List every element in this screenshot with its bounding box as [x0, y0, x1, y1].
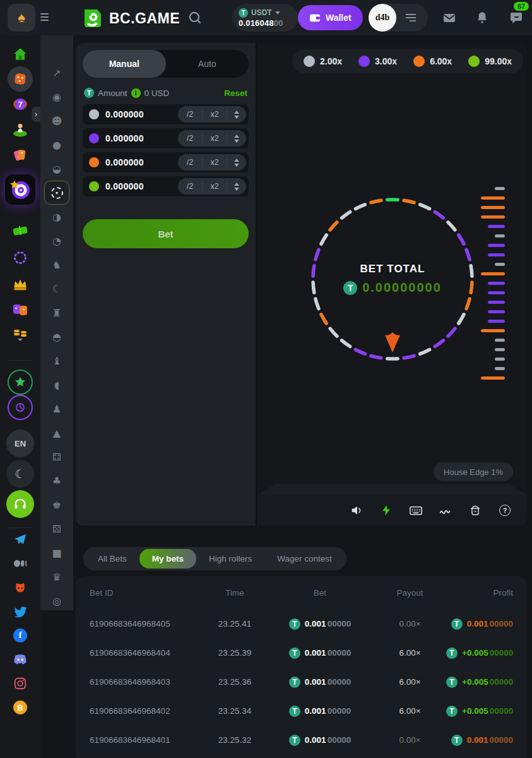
half-button[interactable]: /2 — [178, 106, 202, 123]
theme-toggle[interactable]: ☾ — [6, 460, 34, 488]
sidebar-game-icon[interactable]: ▾ — [44, 181, 69, 205]
double-button[interactable]: x2 — [203, 178, 227, 195]
sidebar-item-promotions[interactable] — [12, 147, 28, 163]
sidebar-game-icon[interactable]: ▲ — [40, 421, 73, 445]
hotkeys-keyboard-icon[interactable] — [409, 503, 423, 517]
instagram-icon[interactable] — [13, 677, 27, 690]
sidebar-item-casino[interactable] — [8, 66, 33, 92]
bets-tab[interactable]: My bets — [139, 549, 196, 568]
sidebar-item-refer-masks[interactable] — [12, 302, 28, 317]
github-icon[interactable] — [13, 581, 27, 594]
search-icon[interactable] — [187, 9, 203, 26]
half-button[interactable]: /2 — [178, 130, 202, 147]
sidebar-game-icon[interactable]: ● — [40, 133, 73, 157]
bets-tab[interactable]: High rollers — [196, 549, 264, 568]
turbo-lightning-icon[interactable] — [379, 503, 393, 517]
sidebar-item-recent[interactable] — [8, 395, 33, 420]
bet-amount-input[interactable]: 0.000000 — [105, 109, 178, 119]
amount-stepper[interactable] — [227, 154, 246, 171]
sidebar-game-icon[interactable]: ◉ — [40, 85, 73, 109]
stepper-down-icon[interactable] — [234, 188, 239, 191]
stepper-up-icon[interactable] — [234, 111, 239, 114]
sidebar-item-vip-crown[interactable] — [12, 277, 28, 291]
sidebar-item-favorites[interactable] — [8, 370, 33, 395]
tab-auto[interactable]: Auto — [166, 50, 249, 78]
chat-icon[interactable] — [507, 8, 526, 27]
sidebar-game-icon[interactable]: ■ — [40, 541, 73, 565]
half-button[interactable]: /2 — [178, 178, 202, 195]
sidebar-item-slots[interactable]: 7 — [12, 96, 28, 112]
info-icon[interactable]: i — [131, 88, 141, 98]
sidebar-game-icon[interactable]: ◓ — [40, 325, 73, 349]
mail-icon[interactable] — [440, 8, 459, 27]
sidebar-game-icon[interactable]: ♜ — [40, 301, 73, 325]
sidebar-game-icon[interactable]: ◒ — [40, 157, 73, 181]
sidebar-item-wheel-game-active[interactable] — [5, 174, 35, 205]
sidebar-game-icon[interactable]: ♣ — [40, 469, 73, 493]
tab-manual[interactable]: Manual — [83, 50, 166, 78]
facebook-icon[interactable]: f — [13, 629, 27, 642]
bitcoin-icon[interactable]: B — [13, 701, 27, 714]
help-icon[interactable]: ? — [498, 503, 512, 517]
sidebar-game-icon[interactable]: ◑ — [40, 205, 73, 229]
double-button[interactable]: x2 — [203, 130, 227, 147]
sidebar-item-sports[interactable] — [12, 121, 28, 138]
stepper-up-icon[interactable] — [234, 183, 239, 186]
sidebar-expand-chevron[interactable]: › — [32, 107, 40, 122]
sidebar-game-icon[interactable]: ♟ — [40, 397, 73, 421]
sidebar-game-icon[interactable]: ↗ — [40, 61, 73, 85]
sound-icon[interactable] — [350, 503, 364, 517]
half-button[interactable]: /2 — [178, 154, 202, 171]
sidebar-item-affiliate-coins[interactable] — [12, 328, 28, 342]
legend-color-dot — [468, 56, 480, 67]
bcgame-logo[interactable]: BC.GAME — [81, 7, 180, 30]
sidebar-game-icon[interactable]: ♚ — [40, 493, 73, 517]
sidebar-item-bonus-ticket[interactable] — [12, 224, 28, 238]
language-button[interactable]: EN — [6, 430, 34, 457]
sidebar-game-icon[interactable]: ☾ — [40, 277, 73, 301]
sidebar-game-icon[interactable]: ◔ — [40, 229, 73, 253]
amount-stepper[interactable] — [227, 106, 246, 123]
stepper-down-icon[interactable] — [234, 116, 239, 119]
bet-amount-input[interactable]: 0.000000 — [105, 133, 178, 143]
medium-icon[interactable] — [13, 559, 27, 568]
avatar[interactable]: d4b — [369, 4, 396, 32]
twitter-icon[interactable] — [13, 606, 28, 618]
bet-amount-input[interactable]: 0.000000 — [105, 181, 178, 191]
notifications-bell-icon[interactable] — [473, 8, 492, 27]
time-cell: 23.25.34 — [203, 706, 266, 716]
amount-stepper[interactable] — [227, 130, 246, 147]
reset-button[interactable]: Reset — [224, 88, 247, 98]
amount-stepper[interactable] — [227, 178, 246, 195]
sidebar-game-icon[interactable]: ⚄ — [40, 517, 73, 541]
stepper-down-icon[interactable] — [234, 140, 239, 143]
bet-button[interactable]: Bet — [83, 219, 249, 248]
bet-amount-input[interactable]: 0.000000 — [105, 157, 178, 167]
sidebar-game-icon[interactable]: ♛ — [40, 565, 73, 589]
game-info-icon[interactable] — [468, 503, 482, 517]
casino-spade-button[interactable]: ♠ — [8, 4, 35, 32]
hamburger-menu-icon[interactable] — [40, 13, 49, 21]
double-button[interactable]: x2 — [203, 154, 227, 171]
live-stats-icon[interactable] — [439, 503, 452, 517]
bets-tab[interactable]: Wager contest — [264, 549, 345, 568]
stepper-up-icon[interactable] — [234, 159, 239, 162]
discord-icon[interactable] — [13, 654, 28, 665]
account-menu[interactable]: d4b — [369, 4, 428, 32]
sidebar-game-icon[interactable]: ♝ — [40, 349, 73, 373]
currency-selector[interactable]: T USDT 0.01604800 — [232, 4, 298, 32]
wallet-button[interactable]: Wallet — [298, 5, 363, 30]
sidebar-game-icon[interactable]: ♞ — [40, 253, 73, 277]
sidebar-game-icon[interactable]: ☻ — [40, 109, 73, 133]
telegram-icon[interactable] — [13, 533, 27, 546]
stepper-down-icon[interactable] — [234, 164, 239, 167]
double-button[interactable]: x2 — [203, 106, 227, 123]
sidebar-game-icon[interactable]: ◎ — [40, 589, 73, 613]
bets-tab[interactable]: All Bets — [85, 549, 139, 568]
sidebar-item-home[interactable] — [12, 46, 28, 63]
stepper-up-icon[interactable] — [234, 135, 239, 138]
sidebar-item-vip-ring[interactable] — [13, 250, 28, 265]
support-button[interactable] — [6, 490, 34, 518]
sidebar-game-icon[interactable]: ⚃ — [40, 445, 73, 469]
sidebar-game-icon[interactable]: ◖ — [40, 373, 73, 397]
